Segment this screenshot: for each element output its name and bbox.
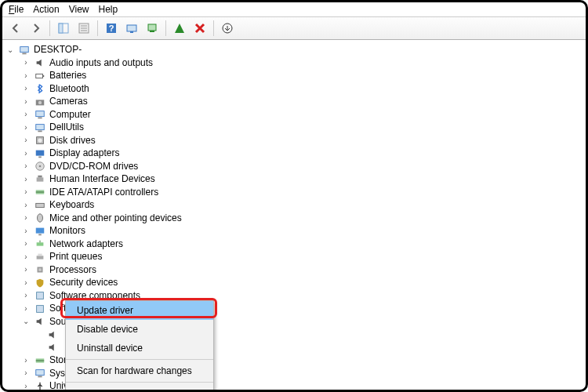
menubar: File Action View Help [2,2,586,17]
expander-icon[interactable]: › [21,149,31,158]
menu-help[interactable]: Help [99,4,118,15]
context-disable-device[interactable]: Disable device [66,320,213,339]
tree-item-label: Display adapters [49,147,119,159]
properties-button[interactable] [75,20,93,37]
context-menu: Update driver Disable device Uninstall d… [65,300,214,392]
expander-icon[interactable]: › [21,382,31,391]
toolbar: ? [2,17,586,40]
expander-icon[interactable]: › [21,227,31,236]
tree-item[interactable]: ›Security devices [5,277,586,289]
forward-button[interactable] [27,20,45,37]
ide-icon [34,186,46,198]
update-driver-button[interactable] [143,20,161,37]
expander-icon[interactable]: › [21,58,31,67]
context-scan-hardware[interactable]: Scan for hardware changes [66,361,213,380]
keyboard-icon [34,199,46,212]
show-hide-tree-button[interactable] [55,20,72,37]
context-separator [66,382,213,383]
expander-icon[interactable]: › [21,136,31,145]
software-icon [34,303,46,315]
tree-item[interactable]: ›Network adapters [5,238,586,250]
toolbar-separator [97,20,98,36]
tree-item[interactable]: ›Display adapters [5,147,586,160]
display-icon [34,147,46,160]
tree-item[interactable]: ›Bluetooth [5,82,586,95]
menu-view[interactable]: View [69,4,89,15]
svg-rect-33 [36,203,45,207]
svg-rect-35 [36,227,45,233]
tree-item[interactable]: ›Computer [5,108,586,121]
svg-rect-8 [127,25,136,31]
expander-icon[interactable]: ⌄ [5,45,15,55]
back-button[interactable] [7,20,24,37]
expander-icon[interactable]: › [21,213,31,223]
tree-item[interactable]: ›DellUtils [5,122,586,134]
disk-icon [34,134,46,147]
svg-rect-20 [38,118,42,119]
tree-item[interactable]: ›Print queues [5,251,586,263]
help-button[interactable]: ? [103,20,120,37]
expander-icon[interactable]: ⌄ [21,317,31,326]
printer-icon [34,251,46,263]
tree-item[interactable]: ›Mice and other pointing devices [5,212,586,224]
expander-icon[interactable]: › [21,84,31,93]
expander-icon[interactable]: › [21,368,31,378]
toolbar-separator [165,20,166,36]
tree-item[interactable]: ›Processors [5,263,586,276]
context-properties[interactable]: Properties [66,384,213,392]
cpu-icon [34,263,46,276]
tree-item[interactable]: ›DVD/CD-ROM drives [5,160,586,172]
menu-file[interactable]: File [9,4,24,15]
menu-action[interactable]: Action [33,4,59,15]
expander-icon[interactable]: › [21,162,31,171]
svg-rect-29 [37,177,44,181]
expander-icon[interactable]: › [21,187,31,197]
tree-item[interactable]: ›Audio inputs and outputs [5,56,586,69]
enable-button[interactable] [171,20,188,37]
tree-item-label: Security devices [49,276,118,289]
expander-icon[interactable]: › [21,291,31,300]
expander-icon[interactable]: › [21,97,31,107]
expander-icon[interactable]: › [21,265,31,274]
tree-item-label: DVD/CD-ROM drives [49,160,138,172]
svg-point-34 [38,214,43,223]
tree-item-label: Disk drives [49,134,96,147]
down-button[interactable] [219,20,236,37]
expander-icon[interactable]: › [21,356,31,365]
tree-item[interactable]: ›Human Interface Devices [5,173,586,186]
tree-item-label: Human Interface Devices [49,172,155,185]
expander-icon[interactable]: › [21,304,31,314]
tree-root[interactable]: ⌄ DESKTOP- [5,44,586,56]
expander-icon[interactable]: › [21,201,31,210]
expander-icon[interactable]: › [21,110,31,119]
tree-item[interactable]: ›Cameras [5,96,586,108]
tree-item[interactable]: ›Monitors [5,225,586,238]
expander-icon[interactable]: › [21,71,31,81]
expander-icon[interactable]: › [21,123,31,132]
svg-rect-37 [37,242,44,245]
tree-item[interactable]: ›Disk drives [5,134,586,147]
context-uninstall-device[interactable]: Uninstall device [66,339,213,358]
svg-rect-48 [38,376,42,378]
speaker-icon [34,56,46,69]
svg-rect-19 [36,111,45,117]
svg-rect-13 [20,46,29,52]
scan-hardware-button[interactable] [123,20,140,37]
tree-item-label: IDE ATA/ATAPI controllers [49,186,158,198]
expander-icon[interactable]: › [21,175,31,184]
svg-rect-47 [36,370,45,376]
expander-icon[interactable]: › [21,278,31,288]
context-separator [66,359,213,360]
expander-icon[interactable]: › [21,239,31,249]
context-update-driver[interactable]: Update driver [66,301,213,320]
svg-rect-11 [150,31,154,32]
tree-item[interactable]: ›IDE ATA/ATAPI controllers [5,186,586,198]
tree-item[interactable]: ›Keyboards [5,199,586,212]
tree-item[interactable]: ›Batteries [5,70,586,82]
uninstall-button[interactable] [191,20,209,37]
expander-icon[interactable]: › [21,252,31,262]
speaker-icon [34,315,46,328]
svg-rect-40 [38,253,42,256]
bluetooth-icon [34,82,46,95]
tree-item-label: Bluetooth [49,82,89,95]
